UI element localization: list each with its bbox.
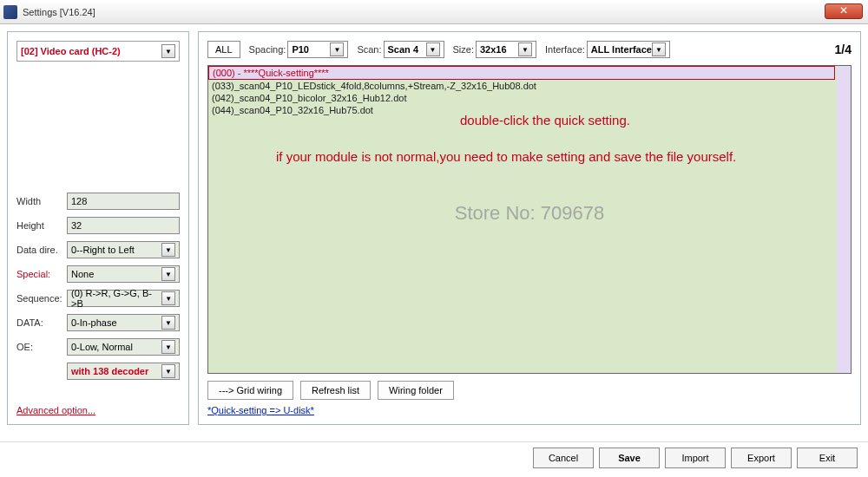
chevron-down-icon[interactable]: ▼	[330, 42, 344, 56]
scan-select[interactable]: Scan 4▼	[384, 41, 444, 58]
all-button[interactable]: ALL	[207, 41, 240, 58]
cancel-button[interactable]: Cancel	[533, 448, 594, 468]
scrollbar[interactable]	[837, 66, 851, 373]
left-panel: [02] Video card (HC-2) ▼ Width 128 Heigh…	[7, 31, 189, 425]
sequence-label: Sequence:	[16, 293, 67, 304]
chevron-down-icon[interactable]: ▼	[161, 267, 175, 281]
width-input[interactable]: 128	[67, 193, 180, 210]
width-label: Width	[16, 196, 67, 206]
quick-setting-link[interactable]: *Quick-setting => U-disk*	[207, 405, 852, 415]
export-button[interactable]: Export	[731, 448, 792, 468]
annotation-text: if your module is not normal,you need to…	[276, 147, 828, 166]
interface-label: Interface:	[545, 44, 585, 55]
module-list: (000) - ****Quick-setting**** (033)_scan…	[207, 65, 852, 374]
action-bar: ---> Grid wiring Refresh list Wiring fol…	[207, 381, 852, 400]
size-label: Size:	[453, 44, 474, 55]
interface-select[interactable]: ALL Interface▼	[587, 41, 670, 58]
watermark: Store No: 709678	[455, 202, 604, 225]
chevron-down-icon[interactable]: ▼	[161, 44, 175, 58]
special-select[interactable]: None▼	[67, 265, 180, 283]
import-button[interactable]: Import	[665, 448, 726, 468]
app-icon	[3, 5, 17, 19]
right-panel: ALL Spacing: P10▼ Scan: Scan 4▼ Size: 32…	[198, 31, 861, 425]
grid-wiring-button[interactable]: ---> Grid wiring	[207, 381, 293, 400]
chevron-down-icon[interactable]: ▼	[518, 42, 532, 56]
special-label: Special:	[16, 269, 67, 279]
chevron-down-icon[interactable]: ▼	[161, 316, 175, 330]
chevron-down-icon[interactable]: ▼	[652, 42, 666, 56]
scan-label: Scan:	[357, 44, 381, 55]
footer: Cancel Save Import Export Exit	[0, 441, 868, 474]
height-input[interactable]: 32	[67, 217, 180, 234]
save-button[interactable]: Save	[599, 448, 660, 468]
spacing-select[interactable]: P10▼	[287, 41, 348, 58]
video-card-select[interactable]: [02] Video card (HC-2) ▼	[16, 41, 180, 62]
spacing-label: Spacing:	[249, 44, 286, 55]
wiring-folder-button[interactable]: Wiring folder	[378, 381, 454, 400]
chevron-down-icon[interactable]: ▼	[426, 42, 440, 56]
chevron-down-icon[interactable]: ▼	[161, 364, 175, 378]
list-item[interactable]: (000) - ****Quick-setting****	[208, 66, 835, 80]
advanced-option-link[interactable]: Advanced option...	[16, 405, 180, 415]
data-dire-select[interactable]: 0--Right to Left▼	[67, 241, 180, 258]
data-label: DATA:	[16, 317, 67, 328]
window-title: Settings [V16.24]	[23, 7, 95, 17]
decoder-select[interactable]: with 138 decoder▼	[67, 363, 180, 380]
annotation-text: double-click the quick setting.	[460, 113, 630, 127]
refresh-list-button[interactable]: Refresh list	[300, 381, 371, 400]
data-select[interactable]: 0-In-phase▼	[67, 314, 180, 331]
list-item[interactable]: (042)_scan04_P10_bicolor_32x16_Hub12.dot	[208, 92, 851, 104]
filter-bar: ALL Spacing: P10▼ Scan: Scan 4▼ Size: 32…	[207, 41, 852, 58]
close-button[interactable]: ✕	[825, 3, 863, 19]
page-indicator: 1/4	[835, 42, 852, 56]
height-label: Height	[16, 220, 67, 231]
chevron-down-icon[interactable]: ▼	[161, 291, 175, 305]
chevron-down-icon[interactable]: ▼	[161, 340, 175, 354]
data-dire-label: Data dire.	[16, 245, 67, 255]
titlebar: Settings [V16.24] ✕	[0, 0, 868, 24]
list-item[interactable]: (033)_scan04_P10_LEDstick_4fold,8columns…	[208, 80, 851, 92]
oe-select[interactable]: 0-Low, Normal▼	[67, 338, 180, 356]
exit-button[interactable]: Exit	[797, 448, 858, 468]
chevron-down-icon[interactable]: ▼	[161, 243, 175, 257]
sequence-select[interactable]: (0) R->R, G->G, B->B▼	[67, 290, 180, 307]
oe-label: OE:	[16, 342, 67, 352]
size-select[interactable]: 32x16▼	[476, 41, 536, 58]
video-card-label: [02] Video card (HC-2)	[21, 46, 121, 56]
